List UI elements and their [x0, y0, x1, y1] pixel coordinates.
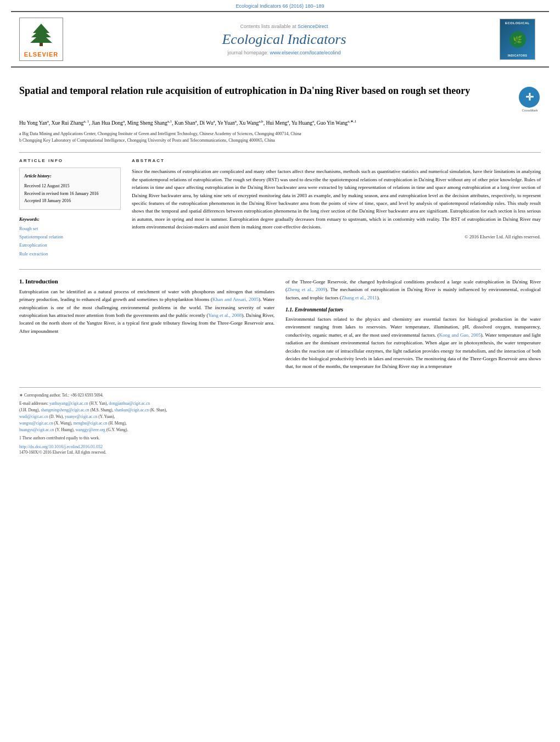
section1-left-text: Eutrophication can be identified as a na…: [19, 288, 275, 335]
corresponding-note: ∗ Corresponding author. Tel.: +86 023 65…: [19, 392, 541, 399]
ref-zheng-2009[interactable]: Zheng et al., 2009: [287, 287, 326, 292]
article-history-box: Article history: Received 12 August 2015…: [19, 168, 121, 209]
subsection1-1-text: Environmental factors related to the phy…: [285, 315, 541, 371]
journal-name: Ecological Indicators: [69, 31, 500, 48]
keywords-section: Keywords: Rough set Spatiotemporal relat…: [19, 216, 121, 258]
authors-line: Hu Yong Yana, Xue Rui Zhanga, 1, Jian Hu…: [19, 119, 541, 127]
email-yuanye[interactable]: yuanye@cigit.ac.cn: [65, 414, 97, 419]
abstract-column: ABSTRACT Since the mechanisms of eutroph…: [132, 158, 541, 258]
journal-homepage-link[interactable]: www.elsevier.com/locate/ecolind: [270, 50, 341, 55]
revised-date: Received in revised form 16 January 2016: [24, 190, 116, 198]
abstract-header: ABSTRACT: [132, 158, 541, 163]
article-info-column: ARTICLE INFO Article history: Received 1…: [19, 158, 121, 258]
affiliations: a Big Data Mining and Applications Cente…: [19, 131, 541, 144]
section-divider: [19, 152, 541, 153]
affiliation-a: a Big Data Mining and Applications Cente…: [19, 131, 541, 137]
elsevier-text: ELSEVIER: [23, 51, 60, 58]
body-two-col: 1. Introduction Eutrophication can be id…: [19, 278, 541, 371]
eco-logo-circle-icon: 🌿: [509, 31, 526, 48]
email-yanhuyang[interactable]: yanhuyang@cigit.ac.cn: [49, 401, 88, 406]
article-info-header: ARTICLE INFO: [19, 158, 121, 163]
section1-title: 1. Introduction: [19, 278, 275, 284]
article-title-section: Spatial and temporal relation rule acqui…: [19, 76, 541, 114]
email-dongjianhua[interactable]: dongjianhua@cigit.ac.cn: [109, 401, 150, 406]
keywords-title: Keywords:: [19, 216, 121, 222]
article-info-abstract-section: ARTICLE INFO Article history: Received 1…: [19, 158, 541, 258]
crossmark-logo: ✛ CrossMark: [519, 87, 541, 109]
elsevier-logo: ELSEVIER: [19, 18, 69, 61]
body-left-column: 1. Introduction Eutrophication can be id…: [19, 278, 275, 371]
affiliation-b: b Chongqing Key Laboratory of Computatio…: [19, 137, 541, 144]
ref-kong-2005[interactable]: Kong and Gao, 2005: [439, 332, 481, 338]
journal-reference: Ecological Indicators 66 (2016) 180–189: [0, 0, 560, 11]
body-content: 1. Introduction Eutrophication can be id…: [19, 269, 541, 371]
email-addresses: E-mail addresses: yanhuyang@cigit.ac.cn …: [19, 400, 541, 433]
body-right-column: of the Three-Gorge Reservoir, the change…: [285, 278, 541, 371]
doi-link[interactable]: http://dx.doi.org/10.1016/j.ecolind.2016…: [19, 444, 541, 449]
footnote1: 1 These authors contributed equally to t…: [19, 435, 541, 442]
journal-title-center: Contents lists available at ScienceDirec…: [69, 24, 500, 55]
article-title: Spatial and temporal relation rule acqui…: [19, 84, 511, 98]
elsevier-tree-icon: [25, 21, 58, 48]
ref-khan-2005[interactable]: Khan and Ansari, 2005: [212, 297, 259, 302]
email-label: E-mail addresses:: [19, 401, 48, 406]
email-wudi[interactable]: wudi@cigit.ac.cn: [19, 414, 48, 419]
crossmark-icon: ✛: [519, 87, 540, 108]
email-menghu[interactable]: menghu@cigit.ac.cn: [73, 421, 107, 426]
main-content: Spatial and temporal relation rule acqui…: [0, 68, 560, 466]
email-shankun[interactable]: shankun@cigit.ac.cn: [114, 408, 149, 412]
abstract-text: Since the mechanisms of eutrophication a…: [132, 168, 541, 231]
sciencedirect-anchor[interactable]: ScienceDirect: [298, 24, 328, 29]
sciencedirect-link: Contents lists available at ScienceDirec…: [69, 24, 500, 29]
abstract-copyright: © 2016 Elsevier Ltd. All rights reserved…: [132, 234, 541, 239]
keyword-eutrophication: Eutrophication: [19, 241, 121, 249]
issn-copyright: 1470-160X/© 2016 Elsevier Ltd. All right…: [19, 449, 541, 456]
email-wangxu[interactable]: wangxu@cigit.ac.cn: [19, 421, 53, 426]
eco-indicators-logo: ECOLOGICAL 🌿 INDICATORS: [500, 19, 541, 60]
received-date: Received 12 August 2015: [24, 182, 116, 190]
email-wanggy[interactable]: wanggy@ieee.org: [75, 427, 105, 432]
email-huangyu[interactable]: huangyu@cigit.ac.cn: [19, 427, 54, 432]
email-shangmingsheng[interactable]: shangmingsheng@cigit.ac.cn: [41, 408, 89, 412]
journal-header: ELSEVIER Contents lists available at Sci…: [11, 11, 549, 68]
eco-logo-bottom-text: INDICATORS: [508, 54, 528, 57]
history-title: Article history:: [24, 172, 116, 180]
keyword-rule-extraction: Rule extraction: [19, 250, 121, 258]
section1-right-text: of the Three-Gorge Reservoir, the change…: [285, 278, 541, 302]
ref-zhang-2011[interactable]: Zhang et al., 2011: [341, 295, 377, 300]
article-footer: ∗ Corresponding author. Tel.: +86 023 65…: [19, 387, 541, 456]
keyword-rough-set: Rough set: [19, 225, 121, 233]
doi-anchor[interactable]: http://dx.doi.org/10.1016/j.ecolind.2016…: [19, 444, 103, 449]
subsection1-1-title: 1.1. Environmental factors: [285, 307, 541, 313]
accepted-date: Accepted 18 January 2016: [24, 197, 116, 205]
eco-logo-top-text: ECOLOGICAL: [505, 21, 530, 25]
journal-homepage: journal homepage: www.elsevier.com/locat…: [69, 50, 500, 55]
keyword-spatiotemporal: Spatiotemporal relation: [19, 233, 121, 241]
ref-yang-2008[interactable]: Yang et al., 2008: [208, 313, 242, 318]
